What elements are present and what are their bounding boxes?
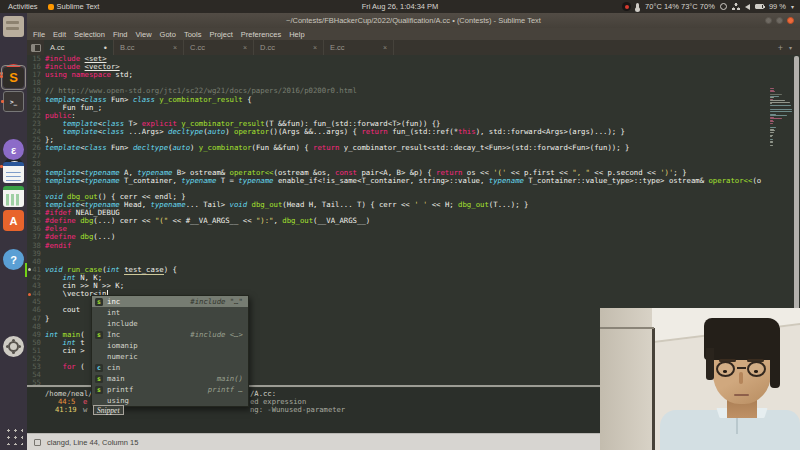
minimap-line [770,142,773,143]
new-tab-button[interactable]: + [778,43,783,53]
menu-tools[interactable]: Tools [184,30,202,39]
activities-button[interactable]: Activities [8,2,38,11]
menu-bar: FileEditSelectionFindViewGotoToolsProjec… [27,28,800,40]
build-output-fragment: ng: -Wunused-parameter [250,406,345,414]
autocomplete-item-Inc[interactable]: sInc#include <…> [92,329,248,340]
sidebar-toggle-icon[interactable] [27,40,44,55]
completion-label: iomanip [107,340,138,351]
code-line: 35#define dbg(...) cerr << "(" << #__VA_… [27,217,768,225]
menu-preferences[interactable]: Preferences [241,30,281,39]
badge-placeholder [95,320,103,328]
code-line: 41void run_case(int test_case) { [27,266,768,274]
dock-item-emacs[interactable]: ε [3,139,24,160]
menu-selection[interactable]: Selection [74,30,105,39]
tab-B.cc[interactable]: B.cc× [114,40,184,55]
code-line: 26template<class Fun> decltype(auto) y_c… [27,144,768,152]
close-tab-icon[interactable]: × [313,44,317,51]
thermometer-icon [636,3,639,11]
close-button[interactable] [787,17,794,24]
dock-item-anki[interactable]: A [3,210,24,231]
code-line: 33template<typename Head, typename... Ta… [27,201,768,209]
show-applications-button[interactable] [4,426,23,445]
minimap-line [770,139,773,140]
autocomplete-item-cin[interactable]: ccin [92,362,248,373]
code-line: 39 [27,250,768,258]
person-hair [706,348,714,380]
gear-icon [720,3,727,10]
code-text: for ( [45,363,85,371]
class-badge-icon: c [95,364,103,372]
running-indicator-dot [1,100,4,103]
menu-project[interactable]: Project [209,30,232,39]
badge-placeholder [95,397,103,405]
completion-label: inc [107,296,120,307]
maximize-button[interactable] [776,17,783,24]
dock-item-writer[interactable] [3,162,24,183]
minimap-line [770,103,772,104]
completion-label: int [107,307,120,318]
minimap-line [770,145,773,146]
menu-file[interactable]: File [33,30,45,39]
desktop: Activities Sublime Text Fri Aug 26, 1:04… [0,0,800,450]
code-text: template<typename T_container, typename … [45,177,761,185]
code-text: #define dbg(...) cerr << "(" << #__VA_AR… [45,217,370,225]
tab-label: B.cc [120,43,135,52]
minimap-line [770,130,775,131]
tab-C.cc[interactable]: C.cc× [184,40,254,55]
dock-item-tweaks[interactable] [3,336,24,357]
system-tray[interactable]: 70°C 14% 73°C 70% 99 % ▾ [622,0,794,13]
dock-item-help[interactable]: ? [3,249,24,270]
code-line: 38#endif [27,242,768,250]
code-line: 43 cin >> N >> K; [27,282,768,290]
code-line: 30template<typename T_container, typenam… [27,177,768,185]
dock-item-sublime[interactable]: S [3,67,24,88]
menu-help[interactable]: Help [289,30,304,39]
app-menu[interactable]: Sublime Text [48,2,100,11]
menu-goto[interactable]: Goto [160,30,176,39]
completion-hint: #include "…" [190,296,243,307]
tab-D.cc[interactable]: D.cc× [254,40,324,55]
completion-hint: main() [217,373,243,384]
build-output-fragment: w [83,406,87,414]
tab-A.cc[interactable]: A.cc• [44,40,114,55]
autocomplete-popup: sinc#include "…"intincludesInc#include <… [91,295,249,407]
minimap-line [770,111,792,112]
webcam-wall [600,308,652,450]
menu-edit[interactable]: Edit [53,30,66,39]
minimap-line [770,88,774,89]
code-text: using namespace std; [45,71,133,79]
snippet-badge-icon: s [95,298,103,306]
menu-view[interactable]: View [135,30,151,39]
autocomplete-item-int[interactable]: int [92,307,248,318]
dock-item-files[interactable] [3,16,24,37]
dock-indicator-green [25,263,27,277]
tab-E.cc[interactable]: E.cc× [324,40,394,55]
close-tab-icon[interactable]: × [243,44,247,51]
minimize-button[interactable] [765,17,772,24]
autocomplete-item-printf[interactable]: sprintfprintf … [92,384,248,395]
minimap-line [770,121,774,122]
close-tab-icon[interactable]: × [173,44,177,51]
window-title-bar[interactable]: ~/Contests/FBHackerCup/2022/Qualificatio… [27,13,800,28]
close-tab-icon[interactable]: × [383,44,387,51]
code-line: 37#define dbg(...) [27,233,768,241]
autocomplete-item-numeric[interactable]: numeric [92,351,248,362]
dock-item-terminal[interactable]: >_ [3,91,24,112]
tab-label: E.cc [330,43,345,52]
menu-find[interactable]: Find [113,30,128,39]
dock-item-calc[interactable] [3,186,24,207]
minimap-line [770,91,775,92]
lsp-status-icon [34,439,41,446]
autocomplete-item-include[interactable]: include [92,318,248,329]
running-indicator-dot [0,75,3,78]
tab-label: A.cc [50,43,65,52]
minimap-line [770,97,774,98]
person-mouth [734,394,749,396]
tab-overflow-icon[interactable]: ▾ [789,44,792,51]
minimap-line [770,132,774,133]
autocomplete-item-inc[interactable]: sinc#include "…" [92,296,248,307]
code-line: 24 template<class ...Args> decltype(auto… [27,128,768,136]
autocomplete-item-iomanip[interactable]: iomanip [92,340,248,351]
completion-label: include [107,318,138,329]
autocomplete-item-main[interactable]: smainmain() [92,373,248,384]
